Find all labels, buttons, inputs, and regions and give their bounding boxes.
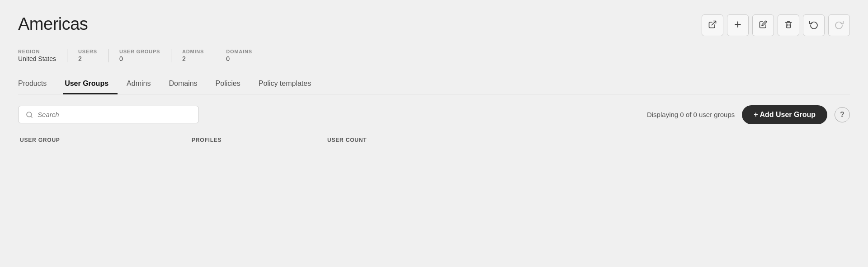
stat-region-value: United States <box>18 55 56 62</box>
toolbar <box>702 14 850 36</box>
help-button[interactable]: ? <box>835 107 850 122</box>
table-col-user-group: USER GROUP <box>20 137 192 143</box>
redo-icon <box>835 20 844 31</box>
undo-button[interactable] <box>803 14 825 36</box>
stat-users: USERS 2 <box>78 49 108 62</box>
table-col-user-count: USER COUNT <box>327 137 463 143</box>
stat-admins-label: ADMINS <box>182 49 204 54</box>
undo-icon <box>809 20 818 31</box>
stat-admins: ADMINS 2 <box>182 49 215 62</box>
stat-users-value: 2 <box>78 55 97 62</box>
table-header: USER GROUP PROFILES USER COUNT <box>18 137 850 143</box>
page-title: Americas <box>18 14 88 34</box>
delete-button[interactable] <box>778 14 799 36</box>
svg-line-0 <box>712 21 716 25</box>
right-actions: Displaying 0 of 0 user groups + Add User… <box>647 105 850 124</box>
stat-region-label: REGION <box>18 49 56 54</box>
edit-button[interactable] <box>752 14 774 36</box>
tab-user-groups[interactable]: User Groups <box>63 75 118 94</box>
tab-admins[interactable]: Admins <box>125 75 160 94</box>
stat-domains-value: 0 <box>226 55 252 62</box>
search-icon <box>26 111 33 118</box>
tabs-row: Products User Groups Admins Domains Poli… <box>18 75 850 94</box>
pencil-icon <box>759 20 767 31</box>
stat-region: REGION United States <box>18 49 67 62</box>
table-col-profiles: PROFILES <box>192 137 327 143</box>
stat-user-groups-value: 0 <box>119 55 160 62</box>
redo-button[interactable] <box>828 14 850 36</box>
question-mark-icon: ? <box>840 111 844 119</box>
stat-admins-value: 2 <box>182 55 204 62</box>
stat-users-label: USERS <box>78 49 97 54</box>
display-count: Displaying 0 of 0 user groups <box>647 111 735 118</box>
header-row: Americas <box>18 14 850 36</box>
trash-icon <box>784 20 793 31</box>
add-button[interactable] <box>727 14 749 36</box>
tab-domains[interactable]: Domains <box>167 75 206 94</box>
tab-policies[interactable]: Policies <box>214 75 250 94</box>
external-link-button[interactable] <box>702 14 723 36</box>
tab-products[interactable]: Products <box>18 75 56 94</box>
page-container: Americas <box>0 0 868 267</box>
search-action-row: Displaying 0 of 0 user groups + Add User… <box>18 105 850 124</box>
search-input[interactable] <box>38 111 191 118</box>
add-user-group-button[interactable]: + Add User Group <box>742 105 827 124</box>
plus-icon <box>733 20 742 31</box>
stat-user-groups-label: USER GROUPS <box>119 49 160 54</box>
search-box <box>18 106 199 123</box>
svg-line-4 <box>31 116 32 117</box>
stat-user-groups: USER GROUPS 0 <box>119 49 171 62</box>
stats-row: REGION United States USERS 2 USER GROUPS… <box>18 49 850 62</box>
stat-domains: DOMAINS 0 <box>226 49 263 62</box>
stat-domains-label: DOMAINS <box>226 49 252 54</box>
external-link-icon <box>708 20 717 31</box>
tab-policy-templates[interactable]: Policy templates <box>257 75 321 94</box>
